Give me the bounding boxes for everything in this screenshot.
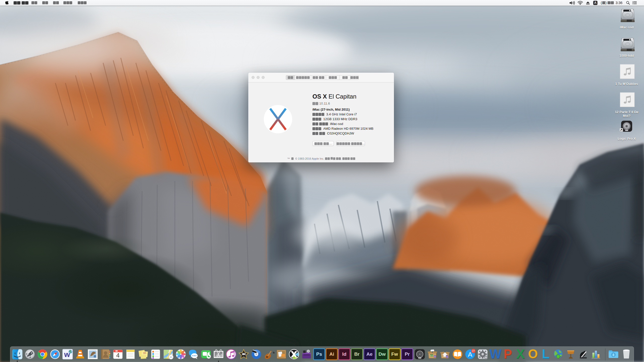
svg-text:4: 4 xyxy=(116,352,119,359)
svg-text:G: G xyxy=(446,356,448,357)
svg-text:L: L xyxy=(542,347,549,361)
svg-text:Ps: Ps xyxy=(316,351,322,357)
svg-text:3D: 3D xyxy=(170,356,172,358)
svg-text:Id: Id xyxy=(342,351,346,357)
svg-text:Ai: Ai xyxy=(329,351,334,357)
svg-text:SITX: SITX xyxy=(430,355,433,356)
svg-text:27: 27 xyxy=(472,350,475,352)
svg-text:W: W xyxy=(489,347,501,361)
svg-text:Br: Br xyxy=(354,351,360,357)
svg-text:Dw: Dw xyxy=(378,351,386,357)
svg-text:Ae: Ae xyxy=(367,351,373,357)
svg-text:Fw: Fw xyxy=(391,351,398,357)
svg-text:P: P xyxy=(504,347,512,361)
svg-text:G: G xyxy=(434,355,435,357)
svg-text:X: X xyxy=(516,347,525,361)
svg-text:Pr: Pr xyxy=(405,351,410,357)
svg-text:O: O xyxy=(528,347,538,361)
